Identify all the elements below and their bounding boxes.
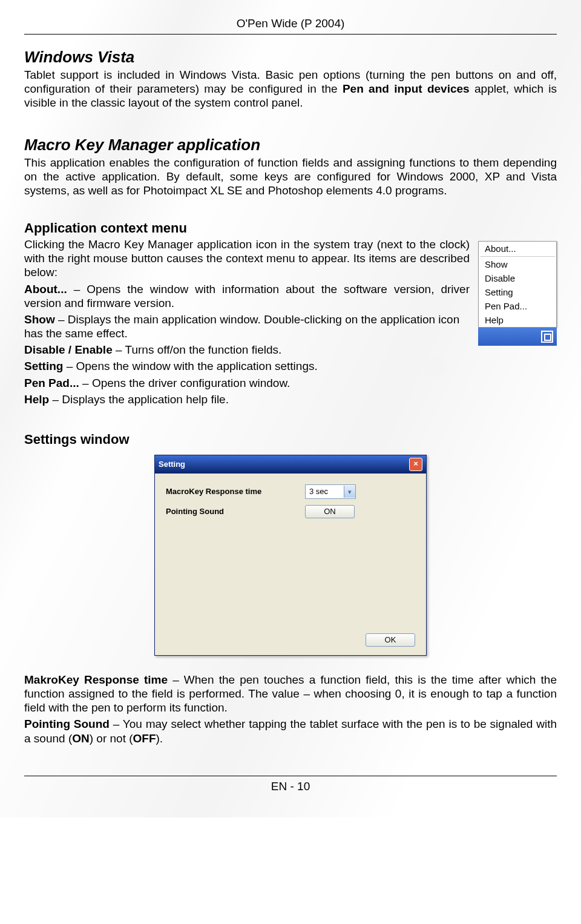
text-bold: About... [24, 283, 67, 295]
settings-dialog: Setting × MacroKey Response time 3 sec ▾… [154, 455, 427, 656]
divider-bottom [24, 776, 557, 776]
heading-context-menu: Application context menu [24, 220, 557, 236]
dialog-footer: OK [155, 627, 426, 655]
close-button[interactable]: × [409, 458, 422, 471]
chevron-down-icon: ▾ [344, 486, 355, 498]
heading-settings-window: Settings window [24, 432, 557, 447]
ctx-disable-line: Disable / Enable – Turns off/on the func… [24, 343, 557, 357]
row-response-time: MacroKey Response time 3 sec ▾ [166, 484, 415, 499]
text-bold: Show [24, 313, 55, 326]
menu-item-disable[interactable]: Disable [479, 271, 556, 285]
paragraph-ctx-intro: Clicking the Macro Key Manager applicati… [24, 237, 557, 280]
text-bold: Pen and input devices [343, 82, 470, 95]
ctx-show-line: Show – Displays the main application win… [24, 312, 557, 340]
label-response-time: MacroKey Response time [166, 487, 305, 496]
text: – Turns off/on the function fields. [113, 343, 282, 356]
ctx-help-line: Help – Displays the application help fil… [24, 392, 557, 406]
dialog-titlebar: Setting × [155, 455, 426, 474]
desc-response-time: MakroKey Response time – When the pen to… [24, 673, 557, 715]
ctx-setting-line: Setting – Opens the window with the appl… [24, 359, 557, 373]
row-pointing-sound: Pointing Sound ON [166, 505, 415, 518]
context-menu-screenshot: About... Show Disable Setting Pen Pad...… [478, 241, 557, 346]
menu-item-help[interactable]: Help [479, 313, 556, 327]
dialog-body: MacroKey Response time 3 sec ▾ Pointing … [155, 474, 426, 627]
menu-item-setting[interactable]: Setting [479, 285, 556, 299]
text: – Opens the driver configuration window. [79, 377, 290, 389]
ctx-about-line: About... – Opens the window with informa… [24, 282, 557, 310]
tray-app-icon[interactable] [541, 331, 553, 343]
paragraph-mkm: This application enables the configurati… [24, 156, 557, 198]
ok-button[interactable]: OK [366, 633, 415, 647]
heading-macro-key-manager: Macro Key Manager application [24, 136, 557, 154]
text-bold: Pointing Sound [24, 718, 110, 730]
label-pointing-sound: Pointing Sound [166, 507, 305, 516]
text-bold: Help [24, 393, 49, 406]
desc-pointing-sound: Pointing Sound – You may select whether … [24, 717, 557, 745]
menu-item-penpad[interactable]: Pen Pad... [479, 299, 556, 313]
text-bold: OFF [133, 732, 156, 745]
text-bold: Pen Pad... [24, 377, 79, 389]
select-response-time[interactable]: 3 sec ▾ [305, 484, 356, 499]
page: O'Pen Wide (P 2004) Windows Vista Tablet… [0, 0, 581, 817]
text-bold: MakroKey Response time [24, 673, 168, 686]
text: – Opens the window with information abou… [24, 283, 470, 309]
text-bold: Disable / Enable [24, 343, 113, 356]
dialog-title: Setting [159, 460, 185, 469]
heading-windows-vista: Windows Vista [24, 48, 557, 67]
text: – Displays the application help file. [49, 393, 229, 406]
text-bold: Setting [24, 360, 63, 372]
paragraph-vista: Tablet support is included in Windows Vi… [24, 68, 557, 110]
select-value: 3 sec [306, 487, 344, 496]
doc-footer: EN - 10 [24, 780, 557, 793]
settings-dialog-screenshot: Setting × MacroKey Response time 3 sec ▾… [24, 455, 557, 656]
menu-separator [480, 256, 555, 257]
close-icon: × [413, 459, 418, 468]
menu-item-about[interactable]: About... [479, 242, 556, 256]
toggle-pointing-sound[interactable]: ON [305, 505, 355, 518]
menu-item-show[interactable]: Show [479, 257, 556, 271]
text-bold: ON [72, 732, 90, 745]
text: ) or not ( [90, 732, 133, 745]
system-tray [478, 328, 557, 346]
ctx-penpad-line: Pen Pad... – Opens the driver configurat… [24, 376, 557, 390]
divider-top [24, 34, 557, 35]
doc-header: O'Pen Wide (P 2004) [24, 17, 557, 30]
context-menu: About... Show Disable Setting Pen Pad...… [478, 241, 557, 328]
text: ). [156, 732, 163, 745]
text: – Opens the window with the application … [63, 360, 317, 372]
dialog-filler [166, 524, 415, 621]
text: – Displays the main application window. … [24, 313, 459, 340]
